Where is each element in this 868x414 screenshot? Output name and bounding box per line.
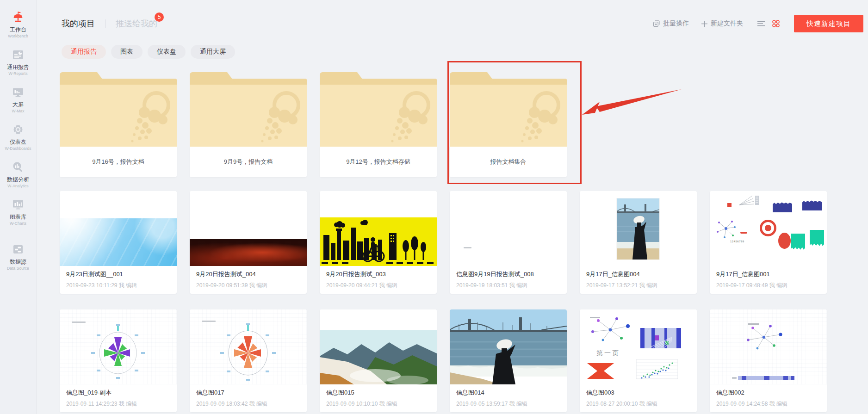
list-view-icon[interactable] bbox=[757, 20, 765, 27]
sidebar-item-workbench[interactable]: 工作台 Workbench bbox=[0, 6, 36, 43]
screen-icon bbox=[11, 85, 25, 99]
card-thumbnail-sky bbox=[60, 191, 177, 266]
project-card[interactable]: 9月20日报告测试_003 2019-09-20 09:44:21 我 编辑 bbox=[320, 191, 437, 294]
plus-icon bbox=[701, 20, 708, 27]
folder-name: 报告文档集合 bbox=[450, 147, 567, 177]
card-title: 9月20日报告测试_004 bbox=[196, 270, 300, 278]
topbar: 我的项目 推送给我的 5 批量操作 bbox=[62, 15, 863, 32]
card-title: 信息图014 bbox=[456, 389, 560, 397]
card-thumbnail-bridge-full bbox=[450, 309, 567, 384]
rose-chart-red bbox=[219, 323, 277, 382]
network-diagram bbox=[744, 323, 784, 351]
card-title: 信息图9月19日报告测试_008 bbox=[456, 270, 560, 278]
project-card[interactable]: 信息图017 2019-09-09 18:03:42 我 编辑 bbox=[190, 309, 307, 412]
project-card[interactable]: 信息图9月19日报告测试_008 2019-09-19 18:03:51 我 编… bbox=[450, 191, 567, 294]
folder-watermark bbox=[248, 86, 304, 146]
project-card[interactable]: 第一页 信息图003 2019-08-27 20:00:10 我 编辑 bbox=[580, 309, 697, 412]
card-title: 9月23日测试图__001 bbox=[66, 270, 170, 278]
card-title: 信息图002 bbox=[716, 389, 820, 397]
new-folder-button[interactable]: 新建文件夹 bbox=[701, 19, 743, 28]
topbar-actions: 批量操作 新建文件夹 bbox=[653, 15, 863, 32]
card-thumbnail-rose-red bbox=[190, 309, 307, 384]
view-toggles bbox=[757, 19, 780, 28]
project-card[interactable]: 信息图014 2019-09-05 13:59:17 我 编辑 bbox=[450, 309, 567, 412]
filter-big-screen[interactable]: 通用大屏 bbox=[191, 45, 235, 59]
project-card[interactable]: 9月20日报告测试_004 2019-09-20 09:51:39 我 编辑 bbox=[190, 191, 307, 294]
card-title: 9月20日报告测试_003 bbox=[326, 270, 430, 278]
batch-action-button[interactable]: 批量操作 bbox=[653, 19, 689, 28]
quick-create-project-button[interactable]: 快速新建项目 bbox=[794, 15, 863, 32]
report-icon bbox=[11, 48, 25, 62]
folder-row: 9月16号，报告文档 9月9号，报告文档 bbox=[60, 72, 868, 177]
sidebar-item-label: 通用报告 bbox=[0, 64, 36, 70]
project-card[interactable]: 信息图015 2019-09-09 10:10:10 我 编辑 bbox=[320, 309, 437, 412]
sidebar: 工作台 Workbench 通用报告 W-Reports bbox=[0, 0, 37, 414]
folder-icon bbox=[190, 72, 307, 147]
card-meta: 2019-09-09 18:03:42 我 编辑 bbox=[196, 400, 300, 408]
sidebar-item-dashboards[interactable]: 仪表盘 W-Dashboards bbox=[0, 118, 36, 155]
card-meta: 2019-09-23 10:11:29 我 编辑 bbox=[66, 282, 170, 290]
folder-card[interactable]: 9月16号，报告文档 bbox=[60, 72, 177, 177]
sidebar-item-label: 大屏 bbox=[0, 101, 36, 108]
filter-general-reports[interactable]: 通用报告 bbox=[62, 45, 106, 59]
app-screen: 工作台 Workbench 通用报告 W-Reports bbox=[0, 0, 868, 414]
sidebar-item-label: 数据分析 bbox=[0, 176, 36, 183]
sidebar-item-max[interactable]: 大屏 W-Max bbox=[0, 80, 36, 118]
card-meta: 2019-09-09 10:10:10 我 编辑 bbox=[326, 400, 430, 408]
sankey-chart bbox=[640, 328, 681, 348]
card-meta: 2019-09-05 13:59:17 我 编辑 bbox=[456, 400, 560, 408]
card-meta: 2019-09-17 13:52:21 我 编辑 bbox=[586, 282, 690, 290]
folder-card[interactable]: 9月9号，报告文档 bbox=[190, 72, 307, 177]
project-card[interactable]: 信息图002 2019-09-09 14:24:58 我 编辑 bbox=[710, 309, 827, 412]
sidebar-item-charts[interactable]: 图表库 W-Charts bbox=[0, 193, 36, 230]
sidebar-item-analytics[interactable]: 数据分析 W-Analytics bbox=[0, 155, 36, 193]
city-illustration bbox=[320, 217, 437, 266]
fan-lines bbox=[738, 195, 760, 207]
card-title: 信息图017 bbox=[196, 389, 300, 397]
card-thumbnail-mountain bbox=[320, 309, 437, 384]
hourglass-shape bbox=[587, 363, 614, 379]
card-thumbnail-infographic-shapes: 12456789 bbox=[710, 191, 827, 266]
project-card[interactable]: 9月17日_信息图004 2019-09-17 13:52:21 我 编辑 bbox=[580, 191, 697, 294]
sidebar-item-sublabel: W-Charts bbox=[2, 221, 33, 225]
sidebar-item-sublabel: Workbench bbox=[2, 34, 33, 38]
mountain-photo bbox=[320, 330, 437, 384]
sidebar-item-sublabel: W-Analytics bbox=[2, 184, 33, 188]
sidebar-item-sublabel: W-Dashboards bbox=[2, 146, 33, 150]
sidebar-item-datasource[interactable]: 数据源 Data Source bbox=[0, 238, 36, 275]
folder-card[interactable]: 9月12号，报告文档存储 bbox=[320, 72, 437, 177]
folder-name: 9月12号，报告文档存储 bbox=[320, 147, 437, 177]
sidebar-item-label: 图表库 bbox=[0, 214, 36, 220]
project-card[interactable]: 9月23日测试图__001 2019-09-23 10:11:29 我 编辑 bbox=[60, 191, 177, 294]
sidebar-item-sublabel: W-Reports bbox=[2, 71, 33, 75]
card-title: 信息图015 bbox=[326, 389, 430, 397]
project-card[interactable]: 信息图_019-副本 2019-09-11 14:29:23 我 编辑 bbox=[60, 309, 177, 412]
card-thumbnail-bridge-portrait bbox=[580, 191, 697, 266]
bridge-portrait-photo bbox=[617, 198, 659, 260]
pushed-count-badge: 5 bbox=[155, 12, 164, 22]
card-thumbnail-network-bar bbox=[710, 309, 827, 384]
filter-dashboards[interactable]: 仪表盘 bbox=[148, 45, 186, 59]
network-mini bbox=[715, 218, 737, 239]
tab-divider bbox=[105, 19, 105, 28]
card-thumbnail-fire bbox=[190, 191, 307, 266]
folder-watermark bbox=[118, 86, 174, 146]
project-card[interactable]: 12456789 9月17日_信息图001 2019-09-17 09:48:4… bbox=[710, 191, 827, 294]
folder-watermark bbox=[508, 86, 564, 146]
folder-name: 9月9号，报告文档 bbox=[190, 147, 307, 177]
sidebar-item-reports[interactable]: 通用报告 W-Reports bbox=[0, 43, 36, 80]
thumb-page-text: 第一页 bbox=[596, 349, 620, 358]
scatter-chart bbox=[630, 359, 678, 382]
card-thumbnail-rose-purple bbox=[60, 309, 177, 384]
tab-pushed-to-me[interactable]: 推送给我的 5 bbox=[116, 18, 157, 29]
card-row: 9月23日测试图__001 2019-09-23 10:11:29 我 编辑 9… bbox=[60, 191, 868, 294]
folder-card-selected[interactable]: 报告文档集合 bbox=[450, 72, 567, 177]
tab-my-projects[interactable]: 我的项目 bbox=[62, 18, 95, 29]
card-row: 信息图_019-副本 2019-09-11 14:29:23 我 编辑 bbox=[60, 309, 868, 412]
datasource-icon bbox=[11, 242, 25, 256]
tab-pushed-label: 推送给我的 bbox=[116, 19, 157, 28]
card-meta: 2019-09-17 09:48:49 我 编辑 bbox=[716, 282, 820, 290]
grid-view-icon[interactable] bbox=[772, 19, 780, 28]
bridge-photo bbox=[450, 309, 567, 384]
filter-charts[interactable]: 图表 bbox=[111, 45, 143, 59]
